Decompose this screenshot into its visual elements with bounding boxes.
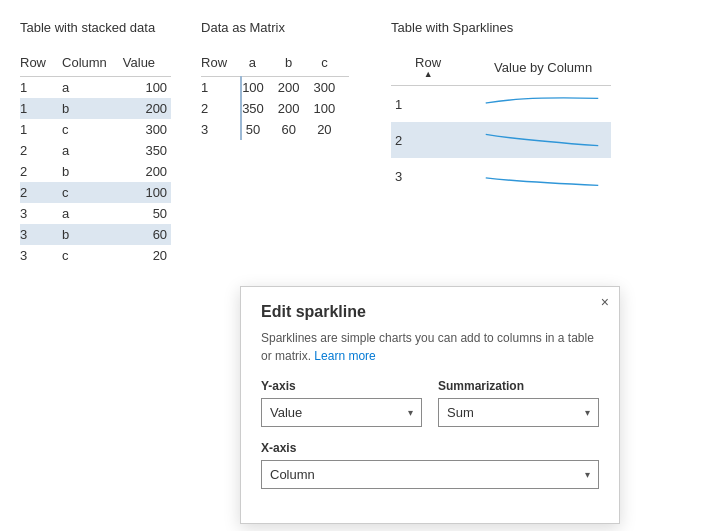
stacked-cell-value: 50 xyxy=(123,203,171,224)
matrix-col-a: a xyxy=(241,53,278,77)
stacked-cell-col: b xyxy=(62,224,123,245)
matrix-header-row: Row a b c xyxy=(201,53,349,77)
stacked-cell-row: 2 xyxy=(20,140,62,161)
stacked-cell-col: c xyxy=(62,182,123,203)
main-layout: Table with stacked data Row Column Value… xyxy=(20,20,706,266)
stacked-col-row: Row xyxy=(20,53,62,77)
stacked-cell-row: 3 xyxy=(20,224,62,245)
table-row: 3 a 50 xyxy=(20,203,171,224)
summarization-chevron-icon: ▾ xyxy=(585,407,590,418)
matrix-cell-row: 2 xyxy=(201,98,241,119)
table-row: 3 xyxy=(391,158,611,194)
dialog-backdrop: × Edit sparkline Sparklines are simple c… xyxy=(20,286,706,524)
matrix-cell-c: 300 xyxy=(314,77,350,99)
table-row: 3 b 60 xyxy=(20,224,171,245)
stacked-cell-col: a xyxy=(62,140,123,161)
xaxis-field: X-axis Column ▾ xyxy=(261,441,599,489)
table-row: 1 xyxy=(391,86,611,123)
table-row: 1 c 300 xyxy=(20,119,171,140)
edit-sparkline-dialog: × Edit sparkline Sparklines are simple c… xyxy=(240,286,620,524)
stacked-cell-row: 3 xyxy=(20,203,62,224)
dialog-yaxis-row: Y-axis Value ▾ Summarization Sum ▾ xyxy=(261,379,599,427)
stacked-col-value: Value xyxy=(123,53,171,77)
sparkline-chart xyxy=(477,89,607,119)
stacked-cell-value: 60 xyxy=(123,224,171,245)
yaxis-chevron-icon: ▾ xyxy=(408,407,413,418)
summarization-value: Sum xyxy=(447,405,474,420)
stacked-section: Table with stacked data Row Column Value… xyxy=(20,20,171,266)
stacked-table: Row Column Value 1 a 100 1 b 200 1 c 300… xyxy=(20,53,171,266)
stacked-header-row: Row Column Value xyxy=(20,53,171,77)
sort-arrow-icon: ▲ xyxy=(391,70,465,79)
table-row: 2 xyxy=(391,122,611,158)
yaxis-select[interactable]: Value ▾ xyxy=(261,398,422,427)
stacked-cell-value: 200 xyxy=(123,161,171,182)
yaxis-field: Y-axis Value ▾ xyxy=(261,379,422,427)
sparklines-cell-row: 3 xyxy=(391,158,473,194)
stacked-cell-value: 300 xyxy=(123,119,171,140)
stacked-cell-col: b xyxy=(62,161,123,182)
learn-more-link[interactable]: Learn more xyxy=(314,349,375,363)
table-row: 3 50 60 20 xyxy=(201,119,349,140)
yaxis-label: Y-axis xyxy=(261,379,422,393)
matrix-cell-a: 100 xyxy=(241,77,278,99)
stacked-cell-row: 2 xyxy=(20,182,62,203)
stacked-cell-row: 1 xyxy=(20,98,62,119)
matrix-col-b: b xyxy=(278,53,314,77)
stacked-title: Table with stacked data xyxy=(20,20,171,35)
sparkline-cell xyxy=(473,86,611,123)
stacked-cell-col: a xyxy=(62,203,123,224)
matrix-cell-a: 350 xyxy=(241,98,278,119)
sparklines-section: Table with Sparklines Row ▲ Value by Col… xyxy=(391,20,611,194)
xaxis-chevron-icon: ▾ xyxy=(585,469,590,480)
stacked-cell-col: b xyxy=(62,98,123,119)
xaxis-value: Column xyxy=(270,467,315,482)
xaxis-label: X-axis xyxy=(261,441,599,455)
stacked-cell-row: 3 xyxy=(20,245,62,266)
matrix-table: Row a b c 1 100 200 300 2 350 200 100 3 … xyxy=(201,53,349,140)
stacked-cell-row: 1 xyxy=(20,119,62,140)
matrix-cell-c: 20 xyxy=(314,119,350,140)
sparkline-chart xyxy=(477,161,607,191)
matrix-section: Data as Matrix Row a b c 1 100 200 300 2… xyxy=(201,20,361,140)
sparklines-title: Table with Sparklines xyxy=(391,20,611,35)
summarization-label: Summarization xyxy=(438,379,599,393)
matrix-cell-b: 200 xyxy=(278,77,314,99)
stacked-cell-col: c xyxy=(62,245,123,266)
stacked-cell-value: 200 xyxy=(123,98,171,119)
stacked-cell-value: 100 xyxy=(123,77,171,99)
matrix-cell-c: 100 xyxy=(314,98,350,119)
table-row: 2 c 100 xyxy=(20,182,171,203)
matrix-col-c: c xyxy=(314,53,350,77)
yaxis-value: Value xyxy=(270,405,302,420)
stacked-cell-col: a xyxy=(62,77,123,99)
summarization-select[interactable]: Sum ▾ xyxy=(438,398,599,427)
dialog-close-button[interactable]: × xyxy=(601,295,609,309)
sparklines-cell-row: 1 xyxy=(391,86,473,123)
table-row: 2 350 200 100 xyxy=(201,98,349,119)
summarization-field: Summarization Sum ▾ xyxy=(438,379,599,427)
sparkline-cell xyxy=(473,158,611,194)
sparklines-header-row: Row ▲ Value by Column xyxy=(391,53,611,86)
sparklines-table: Row ▲ Value by Column 1 2 xyxy=(391,53,611,194)
sparklines-col-value: Value by Column xyxy=(473,53,611,86)
table-row: 1 a 100 xyxy=(20,77,171,99)
matrix-cell-row: 1 xyxy=(201,77,241,99)
sparkline-chart xyxy=(477,125,607,155)
table-row: 1 b 200 xyxy=(20,98,171,119)
matrix-cell-b: 60 xyxy=(278,119,314,140)
stacked-cell-value: 20 xyxy=(123,245,171,266)
sparklines-col-row: Row ▲ xyxy=(391,53,473,86)
dialog-title: Edit sparkline xyxy=(261,303,599,321)
stacked-cell-value: 100 xyxy=(123,182,171,203)
matrix-title: Data as Matrix xyxy=(201,20,361,35)
stacked-cell-col: c xyxy=(62,119,123,140)
xaxis-select[interactable]: Column ▾ xyxy=(261,460,599,489)
table-row: 3 c 20 xyxy=(20,245,171,266)
stacked-cell-value: 350 xyxy=(123,140,171,161)
sparklines-cell-row: 2 xyxy=(391,122,473,158)
table-row: 2 a 350 xyxy=(20,140,171,161)
dialog-description: Sparklines are simple charts you can add… xyxy=(261,329,599,365)
matrix-col-row: Row xyxy=(201,53,241,77)
stacked-col-column: Column xyxy=(62,53,123,77)
